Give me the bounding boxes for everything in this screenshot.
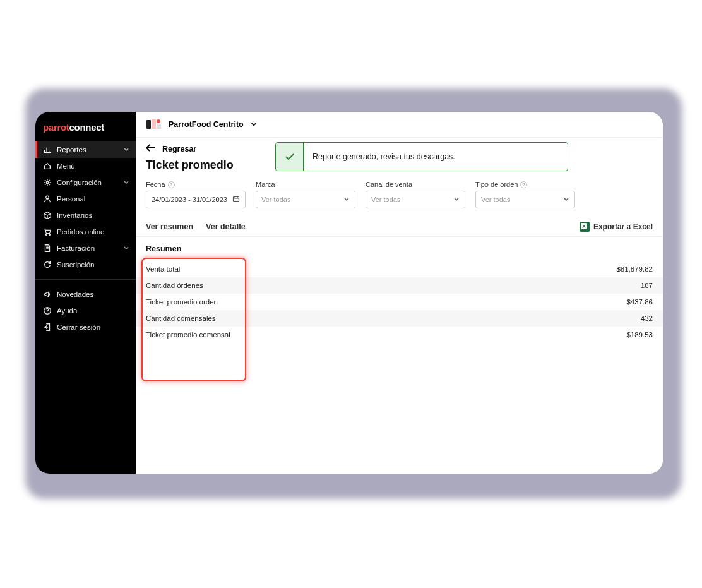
row-value: $189.53 [626, 331, 653, 339]
filter-tipo: Tipo de orden ? Ver todas [475, 181, 575, 208]
brand-placeholder: Ver todas [261, 196, 290, 203]
row-label: Venta total [146, 265, 180, 273]
cart-icon [43, 227, 52, 236]
row-value: 187 [641, 282, 653, 289]
calendar-icon [232, 195, 240, 204]
chevron-down-icon [343, 196, 350, 203]
success-alert: Reporte generado, revisa tus descargas. [275, 142, 568, 171]
filter-marca: Marca Ver todas [256, 181, 355, 208]
sidebar-item-reportes[interactable]: Reportes [35, 141, 136, 158]
row-value: $81,879.82 [616, 265, 653, 273]
filter-label: Tipo de orden [475, 181, 518, 188]
svg-point-7 [157, 119, 160, 123]
box-icon [43, 211, 52, 220]
sidebar-item-novedades[interactable]: Novedades [35, 286, 136, 303]
megaphone-icon [43, 290, 52, 299]
tabs-row: Ver resumen Ver detalle Exportar a Excel [136, 217, 663, 237]
svg-rect-9 [234, 197, 239, 202]
help-icon[interactable]: ? [168, 181, 175, 188]
export-label: Exportar a Excel [593, 222, 653, 231]
table-row: Ticket promedio orden $437.86 [136, 294, 663, 310]
svg-point-0 [46, 181, 49, 184]
back-label: Regresar [162, 145, 196, 153]
location-avatar-icon [146, 118, 162, 131]
row-value: $437.86 [626, 298, 653, 306]
order-type-select[interactable]: Ver todas [475, 191, 575, 208]
filter-label: Fecha [146, 181, 165, 188]
document-icon [43, 244, 52, 253]
chevron-down-icon [453, 196, 460, 203]
help-icon[interactable]: ? [520, 181, 527, 188]
sidebar-item-logout[interactable]: Cerrar sesión [35, 319, 136, 335]
tab-detalle[interactable]: Ver detalle [206, 217, 246, 236]
sidebar-item-configuracion[interactable]: Configuración [35, 174, 136, 191]
svg-point-2 [45, 234, 47, 236]
channel-select[interactable]: Ver todas [366, 191, 465, 208]
sidebar-separator [35, 279, 136, 280]
sidebar-item-label: Reportes [57, 146, 86, 153]
summary-heading: Resumen [136, 237, 663, 261]
sidebar-item-label: Configuración [57, 179, 102, 186]
chevron-down-icon [123, 179, 129, 186]
logo-part2: connect [69, 122, 104, 133]
sidebar-item-label: Cerrar sesión [57, 323, 100, 331]
location-name: ParrotFood Centrito [169, 120, 244, 129]
date-range-value: 24/01/2023 - 31/01/2023 [152, 196, 227, 203]
alert-message: Reporte generado, revisa tus descargas. [304, 143, 464, 171]
help-icon [43, 306, 52, 315]
brand-select[interactable]: Ver todas [256, 191, 355, 208]
sidebar-item-label: Pedidos online [57, 228, 104, 236]
sidebar-item-label: Facturación [57, 244, 95, 252]
export-excel-button[interactable]: Exportar a Excel [580, 222, 653, 232]
row-label: Cantidad comensales [146, 315, 216, 322]
sidebar-item-pedidos-online[interactable]: Pedidos online [35, 224, 136, 240]
logout-icon [43, 323, 52, 332]
row-label: Cantidad órdenes [146, 282, 203, 289]
bar-chart-icon [43, 145, 52, 154]
sidebar-item-label: Novedades [57, 291, 93, 298]
table-row: Cantidad comensales 432 [136, 310, 663, 327]
sidebar-nav: Reportes Menú Configuración [35, 141, 136, 335]
svg-point-3 [49, 234, 51, 236]
order-type-placeholder: Ver todas [481, 196, 510, 203]
logo-part1: parrot [43, 122, 69, 133]
svg-rect-8 [157, 124, 161, 129]
row-label: Ticket promedio orden [146, 298, 218, 306]
sidebar-item-label: Personal [57, 195, 85, 203]
sidebar-item-inventarios[interactable]: Inventarios [35, 207, 136, 224]
filters-row: Fecha ? 24/01/2023 - 31/01/2023 Marca Ve… [136, 181, 663, 217]
chevron-down-icon [250, 120, 258, 129]
sidebar-item-label: Menú [57, 162, 75, 170]
table-row: Cantidad órdenes 187 [136, 277, 663, 294]
sidebar-item-menu[interactable]: Menú [35, 158, 136, 174]
filter-label: Marca [256, 181, 275, 188]
chevron-down-icon [123, 146, 129, 153]
table-row: Venta total $81,879.82 [136, 261, 663, 277]
sidebar-item-label: Suscripción [57, 261, 94, 268]
channel-placeholder: Ver todas [371, 196, 400, 203]
check-icon [276, 143, 304, 171]
sidebar-item-label: Ayuda [57, 307, 77, 315]
sidebar-item-facturacion[interactable]: Facturación [35, 240, 136, 256]
arrow-left-icon [146, 144, 156, 153]
svg-rect-6 [152, 119, 156, 129]
excel-icon [580, 222, 590, 232]
sidebar-item-ayuda[interactable]: Ayuda [35, 303, 136, 319]
svg-rect-5 [146, 120, 151, 129]
gear-icon [43, 178, 52, 187]
row-value: 432 [641, 315, 653, 322]
sidebar: parrotconnect Reportes Menú [35, 112, 136, 474]
filter-fecha: Fecha ? 24/01/2023 - 31/01/2023 [146, 181, 246, 208]
refresh-icon [43, 260, 52, 269]
summary-table: Resumen Venta total $81,879.82 Cantidad … [136, 237, 663, 343]
tab-resumen[interactable]: Ver resumen [146, 217, 193, 236]
date-range-input[interactable]: 24/01/2023 - 31/01/2023 [146, 191, 246, 208]
chevron-down-icon [123, 244, 129, 252]
sidebar-item-personal[interactable]: Personal [35, 191, 136, 207]
filter-canal: Canal de venta Ver todas [366, 181, 465, 208]
person-icon [43, 195, 52, 203]
location-selector[interactable]: ParrotFood Centrito [136, 112, 663, 138]
sidebar-item-suscripcion[interactable]: Suscripción [35, 256, 136, 273]
table-row: Ticket promedio comensal $189.53 [136, 327, 663, 343]
filter-label: Canal de venta [366, 181, 412, 188]
